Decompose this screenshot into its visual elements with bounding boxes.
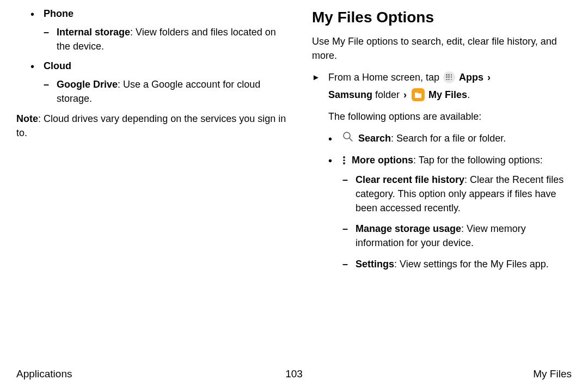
page-footer: Applications 103 My Files <box>16 368 572 380</box>
apps-icon <box>443 71 455 83</box>
manage-label: Manage storage usage <box>356 223 461 234</box>
folder-word: folder <box>372 89 402 100</box>
note-label: Note <box>16 113 38 124</box>
right-column: My Files Options Use My File options to … <box>312 7 572 355</box>
settings-label: Settings <box>356 259 394 270</box>
period: . <box>467 89 470 100</box>
section-intro: Use My File options to search, edit, cle… <box>312 34 572 63</box>
more-label: More options <box>352 155 413 166</box>
apps-label: Apps <box>459 72 483 83</box>
navigation-step: From a Home screen, tap Apps › <box>312 70 572 84</box>
samsung-label: Samsung <box>328 89 372 100</box>
cloud-label: Cloud <box>44 60 71 71</box>
manage-storage-item: Manage storage usage: View memory inform… <box>342 222 572 250</box>
search-icon <box>342 131 353 146</box>
options-intro: The following options are available: <box>312 109 572 124</box>
chevron-icon: › <box>487 72 491 83</box>
note-paragraph: Note: Cloud drives vary depending on the… <box>16 112 290 140</box>
settings-item: Settings: View settings for the My Files… <box>342 257 572 271</box>
google-drive-label: Google Drive <box>57 79 118 90</box>
internal-storage-item: Internal storage: View folders and files… <box>44 25 290 53</box>
google-drive-item: Google Drive: Use a Google account for c… <box>44 77 290 106</box>
chevron-icon: › <box>403 89 407 100</box>
svg-point-0 <box>344 132 350 139</box>
section-title: My Files Options <box>312 7 572 29</box>
svg-line-1 <box>350 138 352 141</box>
more-options-icon <box>342 155 346 165</box>
options-list: Search: Search for a file or folder. Mor… <box>312 131 572 271</box>
phone-label: Phone <box>44 8 74 19</box>
internal-storage-label: Internal storage <box>57 27 130 38</box>
search-desc: : Search for a file or folder. <box>391 133 506 144</box>
phone-section: Phone Internal storage: View folders and… <box>30 7 290 53</box>
search-option: Search: Search for a file or folder. <box>328 131 572 146</box>
folder-icon <box>412 88 425 101</box>
search-label: Search <box>358 133 391 144</box>
clear-label: Clear recent file history <box>356 174 464 185</box>
footer-right: My Files <box>533 368 572 380</box>
note-desc: : Cloud drives vary depending on the ser… <box>16 113 286 138</box>
settings-desc: : View settings for the My Files app. <box>394 259 549 270</box>
myfiles-label: My Files <box>428 89 467 100</box>
cloud-section: Cloud Google Drive: Use a Google account… <box>30 59 290 106</box>
footer-left: Applications <box>16 368 72 380</box>
more-desc: : Tap for the following options: <box>413 155 543 166</box>
left-column: Phone Internal storage: View folders and… <box>16 7 290 355</box>
more-option: More options: Tap for the following opti… <box>328 153 572 271</box>
footer-page-number: 103 <box>285 368 303 380</box>
clear-history-item: Clear recent file history: Clear the Rec… <box>342 173 572 215</box>
content-columns: Phone Internal storage: View folders and… <box>16 7 572 355</box>
navigation-step-line2: Samsung folder › My Files. <box>312 88 572 102</box>
step-prefix: From a Home screen, tap <box>328 72 442 83</box>
